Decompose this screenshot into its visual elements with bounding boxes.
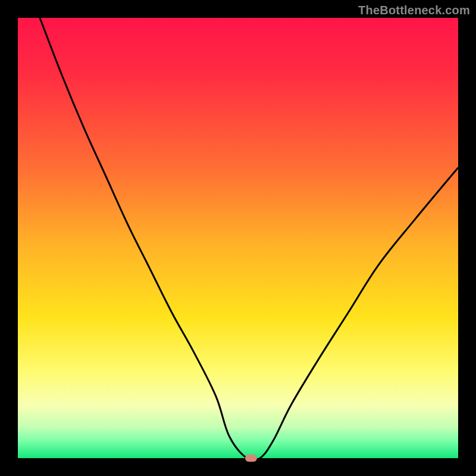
chart-frame: TheBottleneck.com [0,0,476,476]
plot-area [18,18,458,458]
bottleneck-curve [18,18,458,458]
minimum-marker [245,455,257,462]
curve-path [40,18,458,458]
watermark-label: TheBottleneck.com [358,4,470,17]
